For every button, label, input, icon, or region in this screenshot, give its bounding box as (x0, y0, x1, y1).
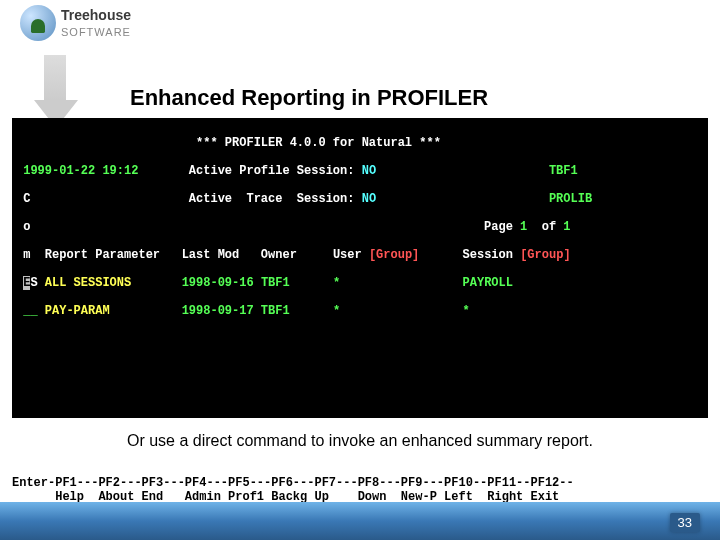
row-2-owner: TBF1 (261, 304, 290, 318)
right-val-2: PROLIB (549, 192, 592, 206)
col-owner: Owner (261, 248, 297, 262)
row-2-lastmod: 1998-09-17 (182, 304, 254, 318)
row-1-owner: TBF1 (261, 276, 290, 290)
side-letter-s: S (30, 276, 37, 290)
page-label: Page (484, 220, 513, 234)
col-session-group: [Group] (520, 248, 570, 262)
row-1-param: ALL SESSIONS (45, 276, 131, 290)
pf-key-bar: Enter-PF1---PF2---PF3---PF4---PF5---PF6-… (12, 462, 708, 504)
page-of: of (542, 220, 556, 234)
active-profile-label: Active Profile Session: (189, 164, 355, 178)
logo-icon (20, 5, 56, 41)
active-trace-label: Active Trace Session: (189, 192, 355, 206)
terminal-screen: *** PROFILER 4.0.0 for Natural *** 1999-… (12, 120, 708, 418)
col-user-group: [Group] (369, 248, 419, 262)
slide-caption: Or use a direct command to invoke an enh… (0, 432, 720, 450)
right-val-1: TBF1 (549, 164, 578, 178)
page-total: 1 (563, 220, 570, 234)
arrow-down-icon (35, 55, 75, 125)
row-2-session: * (463, 304, 470, 318)
active-profile-value: NO (362, 164, 376, 178)
page-number: 33 (670, 513, 700, 532)
pf-key-header: Enter-PF1---PF2---PF3---PF4---PF5---PF6-… (12, 476, 574, 490)
active-trace-value: NO (362, 192, 376, 206)
terminal-date: 1999-01-22 19:12 (23, 164, 138, 178)
col-session: Session (463, 248, 513, 262)
row-2-user: * (333, 304, 340, 318)
logo-text: Treehouse SOFTWARE (61, 7, 131, 39)
col-report-param: Report Parameter (45, 248, 160, 262)
slide-footer: 33 (0, 502, 720, 540)
cmd-underline[interactable]: __ (23, 304, 37, 318)
col-user: User (333, 248, 362, 262)
terminal-title: *** PROFILER 4.0.0 for Natural *** (196, 136, 441, 150)
row-1-session: PAYROLL (463, 276, 513, 290)
brand-logo: Treehouse SOFTWARE (20, 5, 131, 41)
row-1-lastmod: 1998-09-16 (182, 276, 254, 290)
col-last-mod: Last Mod (182, 248, 240, 262)
row-2-param: PAY-PARAM (45, 304, 110, 318)
slide-title: Enhanced Reporting in PROFILER (130, 85, 488, 111)
